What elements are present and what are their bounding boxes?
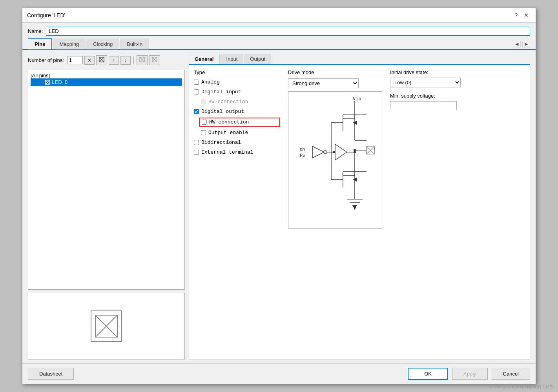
pins-count-label: Number of pins: (28, 57, 64, 63)
drive-section: Drive mode Strong drive Open drain High … (288, 69, 382, 354)
output-enable-row: Output enable (201, 129, 280, 136)
analog-row: Analog (194, 78, 280, 86)
general-content: Type Analog Digital input HW connection (189, 65, 530, 359)
hw-connection-row: HW connection (199, 118, 280, 127)
datasheet-button[interactable]: Datasheet (28, 368, 74, 380)
analog-label: Analog (201, 79, 220, 85)
copy-pin-button[interactable] (96, 55, 107, 65)
pin-preview (28, 293, 185, 359)
sub-tab-input[interactable]: Input (220, 54, 243, 64)
hw-connection-label: HW connection (209, 119, 249, 125)
hw-connection-disabled-checkbox (201, 99, 206, 104)
title-actions: ? ✕ (512, 11, 531, 19)
output-enable-checkbox[interactable] (201, 130, 206, 135)
sub-tab-general[interactable]: General (189, 54, 219, 64)
pin-icon (45, 80, 50, 85)
configure-led-dialog: Configure 'LED' ? ✕ Name: Pins Mapping C… (22, 8, 536, 384)
tab-mapping[interactable]: Mapping (53, 38, 86, 49)
title-bar: Configure 'LED' ? ✕ (22, 8, 536, 23)
tree-root-label: [All pins] (31, 73, 182, 78)
tab-pins[interactable]: Pins (28, 38, 52, 49)
sub-tab-output[interactable]: Output (244, 54, 271, 64)
hw-connection-checkbox[interactable] (202, 120, 207, 125)
initial-drive-label: Initial drive state: (390, 69, 469, 75)
name-label: Name: (28, 28, 43, 34)
pins-tree: [All pins] ···· LED_0 (28, 70, 185, 290)
tree-item-label: LED_0 (52, 79, 67, 85)
tab-builtin[interactable]: Built-in (120, 38, 149, 49)
action-btn-1[interactable] (137, 55, 148, 65)
tree-item-led0[interactable]: ···· LED_0 (31, 78, 182, 86)
name-row: Name: (22, 23, 536, 38)
dialog-title: Configure 'LED' (27, 12, 65, 18)
cancel-button[interactable]: Cancel (492, 368, 530, 380)
svg-marker-51 (353, 205, 357, 210)
digital-input-label: Digital input (201, 89, 241, 95)
pins-toolbar: Number of pins: ✕ ↑ ↓ (28, 54, 185, 67)
digital-input-checkbox[interactable] (194, 89, 199, 94)
toolbar-separator (133, 56, 134, 64)
move-down-button[interactable]: ↓ (120, 56, 131, 65)
svg-text:PS: PS (300, 153, 305, 158)
action-2-icon (152, 57, 157, 62)
watermark: CSDN @没有水杯和雨伞的工科男 (489, 384, 554, 390)
copy-icon (99, 57, 104, 62)
tab-clocking[interactable]: Clocking (86, 38, 119, 49)
digital-output-label: Digital output (201, 109, 244, 114)
external-terminal-label: External terminal (201, 149, 253, 155)
bidirectional-checkbox[interactable] (194, 140, 199, 145)
content-area: Number of pins: ✕ ↑ ↓ (22, 50, 536, 363)
tab-prev-button[interactable]: ◀ (513, 41, 521, 47)
tab-next-button[interactable]: ▶ (522, 41, 530, 47)
drive-mode-row: Strong drive Open drain High impedance P… (288, 78, 382, 88)
digital-output-row: Digital output (194, 108, 280, 115)
apply-button[interactable]: Apply (452, 368, 488, 380)
action-1-icon (139, 57, 145, 62)
type-section: Type Analog Digital input HW connection (194, 69, 280, 354)
bottom-bar: Datasheet OK Apply Cancel (22, 363, 536, 384)
type-section-title: Type (194, 69, 280, 75)
drive-mode-title: Drive mode (288, 69, 382, 75)
hw-connection-disabled-label: HW connection (208, 99, 248, 105)
left-panel: Number of pins: ✕ ↑ ↓ (28, 54, 185, 359)
help-button[interactable]: ? (512, 11, 520, 19)
bidirectional-row: Bidirectional (194, 139, 280, 146)
min-supply-label: Min. supply voltage: (390, 93, 469, 99)
external-terminal-row: External terminal (194, 149, 280, 156)
min-supply-input[interactable] (390, 101, 457, 110)
drive-mode-select[interactable]: Strong drive Open drain High impedance P… (288, 78, 359, 88)
output-enable-label: Output enable (208, 130, 248, 136)
hw-connection-disabled-row: HW connection (201, 98, 280, 105)
circuit-svg: Vio (292, 93, 378, 227)
tab-nav-buttons: ◀ ▶ (513, 41, 530, 49)
svg-marker-36 (335, 144, 347, 160)
close-button[interactable]: ✕ (522, 11, 531, 19)
analog-checkbox[interactable] (194, 80, 199, 85)
ok-button[interactable]: OK (408, 368, 448, 380)
initial-drive-section: Initial drive state: Low (0) High (1) Hi… (390, 69, 469, 354)
action-btn-2[interactable] (149, 55, 160, 65)
name-input[interactable] (46, 27, 530, 36)
circuit-diagram: Vio (288, 91, 382, 229)
svg-text:Vio: Vio (353, 96, 361, 102)
pin-preview-icon (91, 310, 122, 342)
initial-drive-select[interactable]: Low (0) High (1) Hi-Z (390, 78, 461, 87)
move-up-button[interactable]: ↑ (109, 56, 119, 65)
digital-input-row: Digital input (194, 88, 280, 96)
tabs-bar: Pins Mapping Clocking Built-in ◀ ▶ (22, 38, 536, 50)
tree-connector: ···· (38, 80, 43, 85)
svg-marker-33 (312, 146, 324, 158)
bidirectional-label: Bidirectional (201, 140, 241, 145)
delete-pin-button[interactable]: ✕ (84, 56, 95, 65)
digital-output-checkbox[interactable] (194, 109, 199, 114)
pins-count-input[interactable] (67, 56, 83, 64)
sub-tabs-bar: General Input Output (189, 54, 530, 65)
external-terminal-checkbox[interactable] (194, 150, 199, 155)
right-panel: General Input Output Type Analog Digital… (189, 54, 530, 359)
svg-point-37 (333, 151, 335, 153)
svg-text:DR: DR (300, 147, 305, 152)
